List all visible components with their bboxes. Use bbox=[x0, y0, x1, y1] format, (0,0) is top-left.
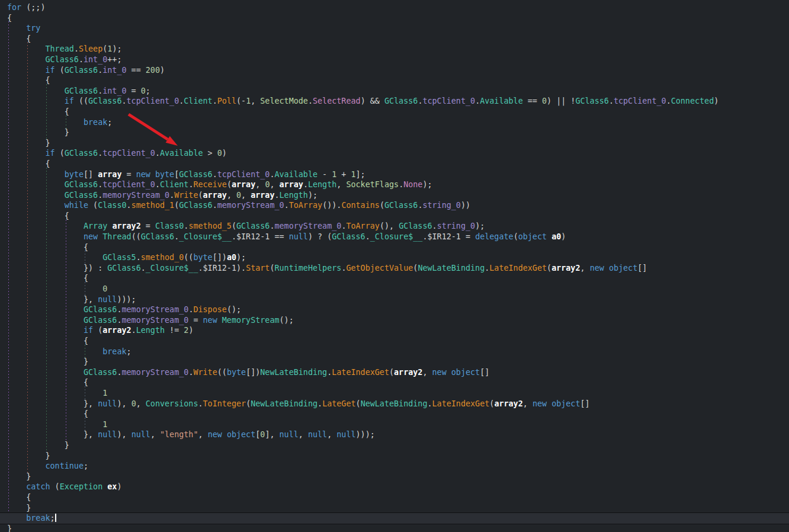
code-line-27[interactable]: { bbox=[0, 273, 789, 284]
code-line-20[interactable]: while (Class0.smethod_1(GClass6.memorySt… bbox=[0, 200, 789, 211]
token: 1 bbox=[351, 170, 356, 179]
code-line-32[interactable]: if (array2.Length != 2) bbox=[0, 325, 789, 336]
token: ( bbox=[55, 149, 65, 158]
token: null bbox=[336, 430, 355, 439]
token: tcpClient_0 bbox=[614, 97, 666, 105]
indent-space bbox=[7, 159, 46, 168]
code-line-26[interactable]: }) : GClass6._Closure$__.$IR12-1).Start(… bbox=[0, 263, 789, 274]
text-caret bbox=[55, 514, 56, 522]
code-line-41[interactable]: 1 bbox=[0, 419, 789, 430]
token: null bbox=[132, 430, 150, 439]
token: , bbox=[251, 97, 260, 105]
code-line-11[interactable]: { bbox=[0, 107, 789, 117]
code-line-9[interactable]: GClass6.int_0 = 0; bbox=[0, 86, 789, 97]
code-line-46[interactable]: } bbox=[0, 472, 789, 482]
token: ; bbox=[50, 514, 55, 523]
token: . bbox=[117, 316, 121, 325]
token: [] bbox=[580, 399, 590, 408]
code-line-39[interactable]: }, null), 0, Conversions.ToInteger(NewLa… bbox=[0, 399, 789, 409]
code-line-17[interactable]: byte[] array = new byte[GClass6.tcpClien… bbox=[0, 169, 789, 180]
code-line-49[interactable]: } bbox=[0, 503, 789, 514]
code-line-37[interactable]: { bbox=[0, 377, 789, 388]
code-area[interactable]: for (;;){ try { Thread.Sleep(1); GClass6… bbox=[0, 2, 789, 532]
token: } bbox=[7, 524, 12, 532]
token: array2 bbox=[102, 326, 131, 335]
token: ), bbox=[117, 430, 131, 439]
code-line-7[interactable]: if (GClass6.int_0 == 200) bbox=[0, 65, 789, 76]
code-line-15[interactable]: if (GClass6.tcpClient_0.Available > 0) bbox=[0, 148, 789, 159]
token: . bbox=[169, 191, 174, 200]
code-line-33[interactable]: { bbox=[0, 336, 789, 347]
indent-space bbox=[7, 514, 26, 523]
token: Start bbox=[246, 264, 270, 273]
code-line-35[interactable]: } bbox=[0, 357, 789, 367]
token: NewLateBinding bbox=[418, 264, 485, 273]
token: } bbox=[46, 451, 50, 460]
code-line-21[interactable]: { bbox=[0, 211, 789, 222]
code-line-3[interactable]: try bbox=[0, 23, 789, 34]
token: array bbox=[203, 191, 227, 200]
token: . bbox=[117, 368, 121, 377]
code-line-22[interactable]: Array array2 = Class0.smethod_5(GClass6.… bbox=[0, 221, 789, 232]
indent-space bbox=[7, 399, 84, 408]
token: int_0 bbox=[102, 86, 126, 95]
code-line-2[interactable]: { bbox=[0, 13, 789, 24]
code-editor[interactable]: for (;;){ try { Thread.Sleep(1); GClass6… bbox=[0, 0, 789, 532]
code-line-8[interactable]: { bbox=[0, 75, 789, 86]
token: new bbox=[136, 170, 150, 179]
token: GClass6 bbox=[179, 170, 212, 179]
code-line-19[interactable]: GClass6.memoryStream_0.Write(array, 0, a… bbox=[0, 190, 789, 201]
code-line-47[interactable]: catch (Exception ex) bbox=[0, 482, 789, 492]
code-line-51[interactable]: } bbox=[0, 524, 789, 532]
token: , bbox=[270, 180, 279, 189]
code-line-34[interactable]: break; bbox=[0, 347, 789, 357]
code-line-1[interactable]: for (;;) bbox=[0, 2, 789, 13]
indent-space bbox=[7, 76, 46, 85]
code-line-25[interactable]: GClass5.smethod_0((byte[])a0); bbox=[0, 252, 789, 263]
code-line-5[interactable]: Thread.Sleep(1); bbox=[0, 44, 789, 55]
token: { bbox=[7, 14, 12, 23]
token: memoryStream_0 bbox=[122, 368, 189, 377]
code-line-45[interactable]: continue; bbox=[0, 461, 789, 472]
token: , bbox=[150, 430, 160, 439]
code-line-31[interactable]: GClass6.memoryStream_0 = new MemoryStrea… bbox=[0, 315, 789, 326]
code-line-24[interactable]: { bbox=[0, 242, 789, 253]
code-line-18[interactable]: GClass6.tcpClient_0.Client.Receive(array… bbox=[0, 180, 789, 190]
token: . bbox=[308, 97, 313, 105]
indent-space bbox=[7, 430, 84, 439]
token: a0 bbox=[227, 253, 236, 262]
code-line-4[interactable]: { bbox=[0, 34, 789, 44]
indent-space bbox=[7, 211, 65, 220]
token: = bbox=[188, 316, 203, 325]
code-line-13[interactable]: } bbox=[0, 127, 789, 138]
code-line-48[interactable]: { bbox=[0, 492, 789, 503]
token: Write bbox=[174, 191, 198, 200]
token: + bbox=[336, 170, 351, 179]
code-line-42[interactable]: }, null), null, "length", new object[0],… bbox=[0, 430, 789, 440]
code-line-40[interactable]: { bbox=[0, 409, 789, 419]
code-line-16[interactable]: { bbox=[0, 159, 789, 169]
token: Dispose bbox=[193, 305, 226, 314]
code-line-30[interactable]: GClass6.memoryStream_0.Dispose(); bbox=[0, 305, 789, 315]
token: { bbox=[65, 107, 69, 116]
token: Thread bbox=[102, 232, 131, 241]
code-line-36[interactable]: GClass6.memoryStream_0.Write((byte[])New… bbox=[0, 367, 789, 378]
code-line-29[interactable]: }, null))); bbox=[0, 294, 789, 305]
code-line-50[interactable]: break; bbox=[0, 513, 789, 524]
code-line-12[interactable]: break; bbox=[0, 117, 789, 128]
code-line-43[interactable]: } bbox=[0, 440, 789, 451]
token: ) bbox=[188, 326, 193, 335]
code-line-44[interactable]: } bbox=[0, 451, 789, 462]
code-line-6[interactable]: GClass6.int_0++; bbox=[0, 55, 789, 65]
token: Sleep bbox=[79, 44, 102, 53]
token: (;;) bbox=[21, 3, 45, 12]
code-line-38[interactable]: 1 bbox=[0, 388, 789, 399]
token: ; bbox=[107, 118, 112, 127]
code-line-10[interactable]: if ((GClass6.tcpClient_0.Client.Poll(-1,… bbox=[0, 96, 789, 107]
code-line-14[interactable]: } bbox=[0, 138, 789, 149]
token: { bbox=[46, 76, 50, 85]
code-line-23[interactable]: new Thread((GClass6._Closure$__.$IR12-1 … bbox=[0, 232, 789, 242]
token: array bbox=[232, 180, 255, 189]
indent-space bbox=[7, 66, 46, 75]
code-line-28[interactable]: 0 bbox=[0, 284, 789, 294]
